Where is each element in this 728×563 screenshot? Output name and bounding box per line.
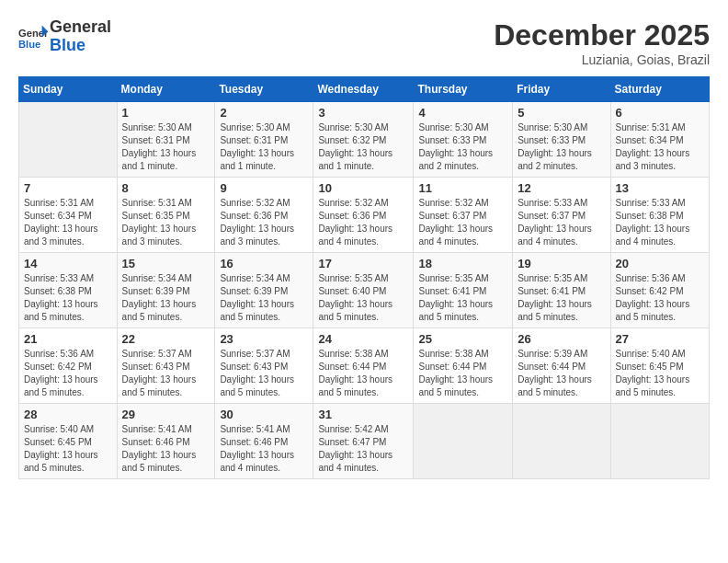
calendar-cell: 11Sunrise: 5:32 AMSunset: 6:37 PMDayligh…	[414, 178, 513, 253]
calendar-cell: 27Sunrise: 5:40 AMSunset: 6:45 PMDayligh…	[610, 328, 709, 404]
weekday-header-thursday: Thursday	[414, 77, 513, 102]
day-info: Sunrise: 5:32 AMSunset: 6:36 PMDaylight:…	[318, 197, 408, 248]
day-info: Sunrise: 5:41 AMSunset: 6:46 PMDaylight:…	[220, 423, 308, 475]
week-row-1: 1Sunrise: 5:30 AMSunset: 6:31 PMDaylight…	[19, 102, 710, 178]
calendar-cell	[19, 102, 118, 178]
day-number: 26	[518, 332, 605, 346]
month-title: December 2025	[494, 18, 710, 52]
day-info: Sunrise: 5:32 AMSunset: 6:37 PMDaylight:…	[418, 197, 507, 248]
calendar-cell: 10Sunrise: 5:32 AMSunset: 6:36 PMDayligh…	[313, 178, 414, 253]
day-number: 2	[220, 106, 308, 120]
weekday-header-monday: Monday	[117, 77, 215, 102]
day-number: 11	[418, 181, 507, 195]
week-row-5: 28Sunrise: 5:40 AMSunset: 6:45 PMDayligh…	[19, 404, 710, 479]
calendar-cell: 13Sunrise: 5:33 AMSunset: 6:38 PMDayligh…	[610, 178, 709, 253]
day-info: Sunrise: 5:40 AMSunset: 6:45 PMDaylight:…	[616, 348, 704, 399]
calendar-cell	[610, 404, 709, 479]
calendar-cell: 18Sunrise: 5:35 AMSunset: 6:41 PMDayligh…	[414, 253, 513, 328]
week-row-2: 7Sunrise: 5:31 AMSunset: 6:34 PMDaylight…	[19, 178, 710, 253]
calendar-cell: 29Sunrise: 5:41 AMSunset: 6:46 PMDayligh…	[117, 404, 215, 479]
day-info: Sunrise: 5:35 AMSunset: 6:41 PMDaylight:…	[418, 272, 507, 324]
day-info: Sunrise: 5:30 AMSunset: 6:33 PMDaylight:…	[518, 121, 605, 173]
calendar-cell: 15Sunrise: 5:34 AMSunset: 6:39 PMDayligh…	[117, 253, 215, 328]
day-info: Sunrise: 5:33 AMSunset: 6:37 PMDaylight:…	[518, 197, 605, 248]
day-number: 21	[24, 332, 112, 346]
calendar-cell	[414, 404, 513, 479]
calendar-cell: 1Sunrise: 5:30 AMSunset: 6:31 PMDaylight…	[117, 102, 215, 178]
location: Luziania, Goias, Brazil	[494, 52, 710, 67]
page-header: General Blue General Blue December 2025 …	[18, 18, 710, 67]
day-info: Sunrise: 5:36 AMSunset: 6:42 PMDaylight:…	[616, 272, 704, 324]
logo-line2: Blue	[50, 36, 85, 54]
day-number: 10	[318, 181, 408, 195]
calendar-cell: 24Sunrise: 5:38 AMSunset: 6:44 PMDayligh…	[313, 328, 414, 404]
week-row-3: 14Sunrise: 5:33 AMSunset: 6:38 PMDayligh…	[19, 253, 710, 328]
calendar-cell: 8Sunrise: 5:31 AMSunset: 6:35 PMDaylight…	[117, 178, 215, 253]
day-info: Sunrise: 5:30 AMSunset: 6:33 PMDaylight:…	[418, 121, 507, 173]
logo-text: General Blue	[50, 18, 111, 55]
day-info: Sunrise: 5:40 AMSunset: 6:45 PMDaylight:…	[24, 423, 112, 475]
day-info: Sunrise: 5:31 AMSunset: 6:34 PMDaylight:…	[24, 197, 112, 248]
logo: General Blue General Blue	[18, 18, 111, 55]
weekday-header-tuesday: Tuesday	[215, 77, 313, 102]
day-number: 13	[616, 181, 704, 195]
calendar-cell: 12Sunrise: 5:33 AMSunset: 6:37 PMDayligh…	[513, 178, 610, 253]
calendar-cell: 3Sunrise: 5:30 AMSunset: 6:32 PMDaylight…	[313, 102, 414, 178]
day-info: Sunrise: 5:31 AMSunset: 6:34 PMDaylight:…	[616, 121, 704, 173]
svg-text:Blue: Blue	[18, 38, 40, 49]
day-info: Sunrise: 5:39 AMSunset: 6:44 PMDaylight:…	[518, 348, 605, 399]
day-info: Sunrise: 5:30 AMSunset: 6:31 PMDaylight:…	[122, 121, 210, 173]
day-number: 19	[518, 257, 605, 270]
day-number: 4	[418, 106, 507, 120]
header-row: SundayMondayTuesdayWednesdayThursdayFrid…	[19, 77, 710, 102]
weekday-header-saturday: Saturday	[610, 77, 709, 102]
day-number: 16	[220, 257, 308, 270]
title-block: December 2025 Luziania, Goias, Brazil	[494, 18, 710, 67]
calendar-cell: 6Sunrise: 5:31 AMSunset: 6:34 PMDaylight…	[610, 102, 709, 178]
day-number: 1	[122, 106, 210, 120]
calendar-cell: 21Sunrise: 5:36 AMSunset: 6:42 PMDayligh…	[19, 328, 118, 404]
day-number: 17	[318, 257, 408, 270]
calendar-cell: 2Sunrise: 5:30 AMSunset: 6:31 PMDaylight…	[215, 102, 313, 178]
day-number: 25	[418, 332, 507, 346]
calendar-cell: 7Sunrise: 5:31 AMSunset: 6:34 PMDaylight…	[19, 178, 118, 253]
calendar-cell: 23Sunrise: 5:37 AMSunset: 6:43 PMDayligh…	[215, 328, 313, 404]
weekday-header-sunday: Sunday	[19, 77, 118, 102]
week-row-4: 21Sunrise: 5:36 AMSunset: 6:42 PMDayligh…	[19, 328, 710, 404]
calendar-cell	[513, 404, 610, 479]
day-info: Sunrise: 5:36 AMSunset: 6:42 PMDaylight:…	[24, 348, 112, 399]
calendar-cell: 4Sunrise: 5:30 AMSunset: 6:33 PMDaylight…	[414, 102, 513, 178]
day-info: Sunrise: 5:32 AMSunset: 6:36 PMDaylight:…	[220, 197, 308, 248]
day-info: Sunrise: 5:30 AMSunset: 6:31 PMDaylight:…	[220, 121, 308, 173]
day-info: Sunrise: 5:31 AMSunset: 6:35 PMDaylight:…	[122, 197, 210, 248]
day-info: Sunrise: 5:35 AMSunset: 6:41 PMDaylight:…	[518, 272, 605, 324]
day-number: 6	[616, 106, 704, 120]
day-info: Sunrise: 5:33 AMSunset: 6:38 PMDaylight:…	[24, 272, 112, 324]
day-number: 20	[616, 257, 704, 270]
day-info: Sunrise: 5:35 AMSunset: 6:40 PMDaylight:…	[318, 272, 408, 324]
calendar-cell: 30Sunrise: 5:41 AMSunset: 6:46 PMDayligh…	[215, 404, 313, 479]
day-number: 22	[122, 332, 210, 346]
day-info: Sunrise: 5:37 AMSunset: 6:43 PMDaylight:…	[220, 348, 308, 399]
day-number: 28	[24, 408, 112, 421]
weekday-header-friday: Friday	[513, 77, 610, 102]
calendar-cell: 5Sunrise: 5:30 AMSunset: 6:33 PMDaylight…	[513, 102, 610, 178]
calendar-cell: 20Sunrise: 5:36 AMSunset: 6:42 PMDayligh…	[610, 253, 709, 328]
day-number: 14	[24, 257, 112, 270]
logo-line1: General	[50, 17, 111, 36]
day-number: 12	[518, 181, 605, 195]
day-info: Sunrise: 5:38 AMSunset: 6:44 PMDaylight:…	[418, 348, 507, 399]
day-number: 29	[122, 408, 210, 421]
day-info: Sunrise: 5:33 AMSunset: 6:38 PMDaylight:…	[616, 197, 704, 248]
day-info: Sunrise: 5:41 AMSunset: 6:46 PMDaylight:…	[122, 423, 210, 475]
day-number: 18	[418, 257, 507, 270]
day-number: 3	[318, 106, 408, 120]
day-number: 23	[220, 332, 308, 346]
day-number: 5	[518, 106, 605, 120]
calendar-cell: 16Sunrise: 5:34 AMSunset: 6:39 PMDayligh…	[215, 253, 313, 328]
day-number: 7	[24, 181, 112, 195]
day-number: 24	[318, 332, 408, 346]
calendar-table: SundayMondayTuesdayWednesdayThursdayFrid…	[18, 76, 710, 479]
calendar-cell: 28Sunrise: 5:40 AMSunset: 6:45 PMDayligh…	[19, 404, 118, 479]
calendar-cell: 19Sunrise: 5:35 AMSunset: 6:41 PMDayligh…	[513, 253, 610, 328]
